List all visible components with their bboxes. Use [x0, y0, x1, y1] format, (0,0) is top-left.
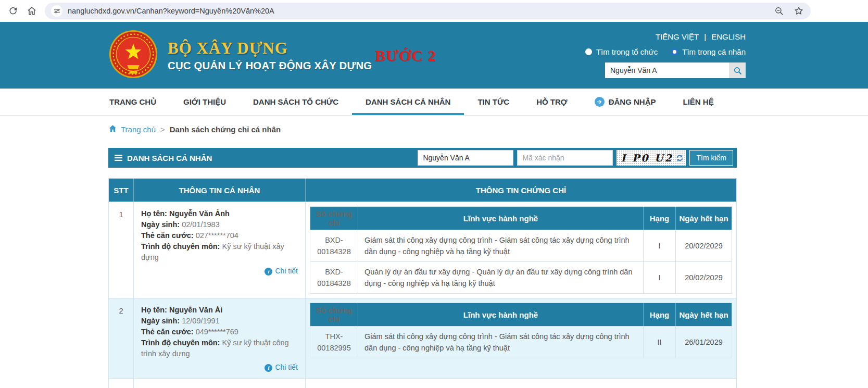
nav-item-organization-list[interactable]: DANH SÁCH TỔ CHỨC [240, 89, 352, 115]
header-search-button[interactable] [729, 62, 746, 78]
column-header-personal-info: THÔNG TIN CÁ NHÂN [134, 179, 306, 202]
certificate-info-cell: Số chứng chỉ Lĩnh vực hành nghề Hạng Ngà… [306, 202, 737, 298]
inner-header-expiry: Ngày hết hạn [676, 207, 732, 230]
person-id-card: 049******769 [196, 328, 238, 336]
inner-header-cert-no: Số chứng chỉ [310, 303, 358, 327]
home-icon [108, 124, 117, 134]
certificate-number: BXD-00184328 [310, 230, 358, 262]
brand[interactable]: BỘ XÂY DỰNG CỤC QUẢN LÝ HOẠT ĐỘNG XÂY DỰ… [108, 29, 379, 81]
individual-list-panel-header: DANH SÁCH CÁ NHÂN I P0 U2 Tìm kiếm [108, 148, 737, 168]
breadcrumb-home-link[interactable]: Trang chủ [108, 124, 156, 134]
certificate-field: Giám sát thi công xây dựng công trình - … [358, 327, 644, 358]
address-bar[interactable]: nangluchdxd.gov.vn/Canhan?keyword=Nguyễn… [45, 3, 811, 19]
label-qualification: Trình độ chuyên môn: [141, 339, 220, 347]
step-annotation: BƯỚC 2 [375, 47, 436, 65]
person-dob: 12/09/1991 [182, 317, 220, 325]
label-id-card: Thẻ căn cước: [141, 231, 194, 240]
label-name: Họ tên: [141, 209, 167, 218]
inner-header-expiry: Ngày hết hạn [676, 303, 732, 327]
breadcrumb-separator: > [160, 125, 165, 134]
certificates-table: Số chứng chỉ Lĩnh vực hành nghề Hạng Ngà… [310, 206, 732, 294]
personal-info-cell: Họ tên: Nguyễn Văn Ái Ngày sinh: 12/09/1… [134, 298, 306, 379]
table-row-stub [109, 379, 737, 388]
breadcrumb-current: Danh sách chứng chỉ cá nhân [170, 125, 281, 134]
inner-header-rank: Hạng [644, 303, 676, 327]
detail-link[interactable]: Chi tiết [275, 363, 298, 371]
column-header-stt: STT [109, 179, 134, 202]
inner-header-cert-no: Số chứng chỉ [310, 207, 358, 230]
label-id-card: Thẻ căn cước: [141, 328, 194, 336]
label-qualification: Trình độ chuyên môn: [141, 242, 220, 251]
person-dob: 02/01/1983 [182, 220, 220, 229]
results-table: STT THÔNG TIN CÁ NHÂN THÔNG TIN CHỨNG CH… [108, 178, 737, 388]
radio-search-organization[interactable]: Tìm trong tổ chức [585, 47, 658, 56]
nav-item-contact[interactable]: LIÊN HỆ [670, 89, 727, 115]
hamburger-icon [115, 154, 122, 162]
national-emblem-logo [108, 29, 158, 81]
captcha-text: I P0 U2 [621, 152, 673, 164]
radio-unselected-icon [585, 48, 592, 55]
certificate-number: BXD-00184328 [310, 262, 358, 294]
url-text[interactable]: nangluchdxd.gov.vn/Canhan?keyword=Nguyễn… [68, 7, 768, 15]
radio-selected-icon [671, 48, 678, 55]
certificate-rank: I [644, 262, 676, 294]
person-name: Nguyễn Văn Ái [169, 306, 222, 314]
home-icon[interactable] [26, 5, 37, 17]
header-search [605, 62, 746, 78]
label-dob: Ngày sinh: [141, 220, 180, 229]
header-search-input[interactable] [605, 62, 729, 78]
row-index: 2 [109, 298, 134, 379]
search-button[interactable]: Tìm kiếm [689, 150, 733, 166]
lang-english-link[interactable]: ENGLISH [711, 32, 746, 41]
inner-header-field: Lĩnh vực hành nghề [358, 303, 644, 327]
breadcrumb: Trang chủ > Danh sách chứng chỉ cá nhân [108, 124, 746, 134]
lang-separator: | [704, 32, 706, 41]
language-switcher: TIẾNG VIỆT | ENGLISH [656, 32, 746, 41]
info-icon: i [265, 268, 272, 276]
certificate-field: Giám sát thi công xây dựng công trình - … [358, 230, 644, 262]
bookmark-star-icon[interactable] [793, 5, 804, 17]
certificate-field: Quản lý dự án đầu tư xây dựng - Quản lý … [358, 262, 644, 294]
certificate-row: BXD-00184328 Quản lý dự án đầu tư xây dự… [310, 262, 732, 294]
certificate-row: THX-00182995 Giám sát thi công xây dựng … [310, 327, 732, 358]
certificates-table: Số chứng chỉ Lĩnh vực hành nghề Hạng Ngà… [310, 303, 732, 358]
reload-icon[interactable] [7, 5, 19, 17]
person-id-card: 027******704 [196, 231, 238, 240]
info-icon: i [265, 364, 272, 372]
row-index: 1 [109, 202, 134, 298]
table-row: 2 Họ tên: Nguyễn Văn Ái Ngày sinh: 12/09… [109, 298, 737, 379]
browser-toolbar: nangluchdxd.gov.vn/Canhan?keyword=Nguyễn… [0, 0, 868, 22]
nav-item-news[interactable]: TIN TỨC [464, 89, 523, 115]
table-row: 1 Họ tên: Nguyễn Văn Ảnh Ngày sinh: 02/0… [109, 202, 737, 298]
person-name: Nguyễn Văn Ảnh [169, 209, 230, 218]
certificate-row: BXD-00184328 Giám sát thi công xây dựng … [310, 230, 732, 262]
certificate-expiry: 20/02/2029 [676, 262, 732, 294]
detail-link[interactable]: Chi tiết [275, 267, 298, 275]
radio-search-individual[interactable]: Tìm trong cá nhân [671, 47, 746, 56]
inner-header-field: Lĩnh vực hành nghề [358, 207, 644, 230]
main-navigation: TRANG CHỦ GIỚI THIỆU DANH SÁCH TỔ CHỨC D… [0, 89, 868, 116]
personal-info-cell: Họ tên: Nguyễn Văn Ảnh Ngày sinh: 02/01/… [134, 202, 306, 298]
nav-item-about[interactable]: GIỚI THIỆU [170, 89, 240, 115]
nav-item-support[interactable]: HỖ TRỢ [523, 89, 581, 115]
lang-vietnamese-link[interactable]: TIẾNG VIỆT [656, 32, 699, 41]
certificate-expiry: 26/01/2029 [676, 327, 732, 358]
nav-item-login[interactable]: ĐĂNG NHẬP [581, 89, 670, 115]
ministry-title: BỘ XÂY DỰNG [168, 39, 379, 58]
captcha-input[interactable] [517, 150, 613, 166]
certificate-rank: I [644, 230, 676, 262]
keyword-search-input[interactable] [418, 150, 513, 166]
site-info-icon[interactable] [51, 5, 62, 17]
results-body: 1 Họ tên: Nguyễn Văn Ảnh Ngày sinh: 02/0… [109, 202, 737, 388]
certificate-expiry: 20/02/2029 [676, 230, 732, 262]
panel-title-text: DANH SÁCH CÁ NHÂN [127, 154, 212, 162]
column-header-certificate-info: THÔNG TIN CHỨNG CHỈ [306, 179, 737, 202]
nav-item-home[interactable]: TRANG CHỦ [108, 89, 170, 115]
search-scope-radios: Tìm trong tổ chức Tìm trong cá nhân [585, 47, 746, 56]
inner-header-rank: Hạng [644, 207, 676, 230]
certificate-rank: II [644, 327, 676, 358]
certificate-number: THX-00182995 [310, 327, 358, 358]
zoom-out-icon[interactable] [773, 5, 785, 17]
nav-item-individual-list[interactable]: DANH SÁCH CÁ NHÂN [352, 89, 464, 115]
captcha-refresh-icon[interactable] [675, 154, 684, 162]
